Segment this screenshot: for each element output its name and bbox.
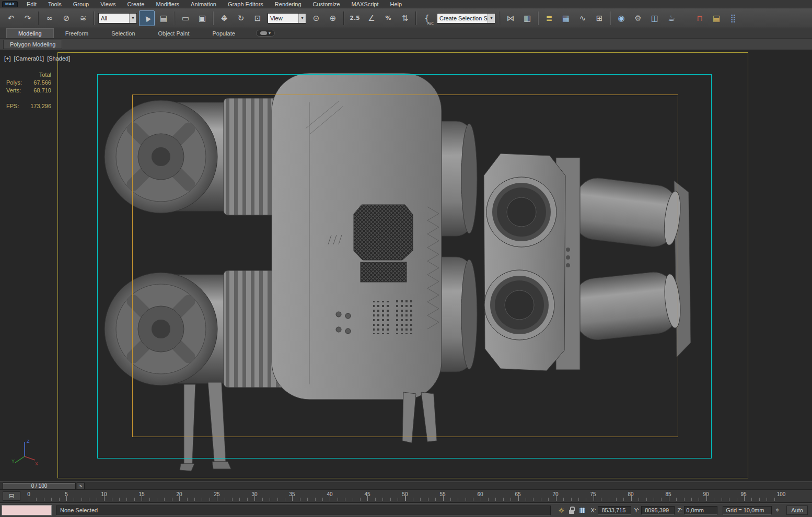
selection-filter-dropdown[interactable]: All▾ (98, 13, 137, 24)
menu-rendering[interactable]: Rendering (269, 1, 307, 8)
frame-tick-10: 10 (101, 491, 107, 497)
mirror-button[interactable]: ⋈ (503, 10, 518, 26)
auto-key-button[interactable]: Auto (786, 506, 808, 515)
angle-snap-toggle-button[interactable]: ∠ (364, 10, 379, 26)
percent-snap-toggle-button[interactable]: % (380, 10, 396, 26)
unlink-selection-button[interactable]: ⊘ (59, 10, 74, 26)
open-mini-curve-editor-button[interactable]: ⊟ (3, 491, 20, 501)
redo-button[interactable]: ↷ (20, 10, 36, 26)
model-side-view (97, 73, 477, 471)
select-by-name-button[interactable]: ▤ (156, 10, 171, 26)
select-and-link-button[interactable]: ∞ (42, 10, 57, 26)
pan-view-icon[interactable]: ⌖ (772, 505, 782, 515)
frame-tick-80: 80 (628, 491, 633, 497)
layer-manager-icon: ≣ (546, 14, 553, 23)
menu-animation[interactable]: Animation (185, 1, 222, 8)
ribbon-toggle-button[interactable]: ▦ (558, 10, 574, 26)
material-editor-icon: ◉ (618, 14, 624, 23)
camera-viewport[interactable]: [+] [Camera01] [Shaded] Total Polys:67.5… (0, 50, 812, 481)
toolbar-separator (343, 11, 344, 25)
menu-create[interactable]: Create (121, 1, 150, 8)
ribbon-pill-icon (260, 31, 267, 35)
maxscript-mini-listener[interactable] (2, 505, 52, 515)
menu-items: EditToolsGroupViewsCreateModifiersAnimat… (21, 1, 408, 8)
select-and-scale-button[interactable]: ⊡ (250, 10, 265, 26)
viewport-pov-menu[interactable]: [Camera01] (14, 55, 44, 62)
toolbar-separator (174, 11, 175, 25)
menu-tools[interactable]: Tools (42, 1, 67, 8)
select-and-manipulate-button[interactable]: ⊕ (325, 10, 341, 26)
align-button[interactable]: ▥ (519, 10, 535, 26)
ribbon-tab-modeling[interactable]: Modeling (6, 28, 54, 38)
schematic-view-button[interactable]: ⊞ (591, 10, 607, 26)
toolbar-separator (213, 11, 214, 25)
grid-size-display: Grid = 10,0mm (723, 506, 772, 515)
named-selection-sets-dropdown[interactable]: Create Selection Se▾ (437, 13, 495, 24)
frame-tick-85: 85 (665, 491, 671, 497)
frame-tick-50: 50 (402, 491, 408, 497)
ribbon-tab-freeform[interactable]: Freeform (54, 29, 100, 38)
polygon-modeling-panel-button[interactable]: Polygon Modeling (3, 40, 62, 49)
select-object-button[interactable]: ▲ (139, 10, 155, 26)
ribbon-tab-populate[interactable]: Populate (201, 29, 246, 38)
x-coordinate-field[interactable] (598, 506, 631, 515)
ribbon-tab-object-paint[interactable]: Object Paint (147, 29, 201, 38)
main-toolbar: ↶↷∞⊘≋All▾▲▤▭▣↔↕↻⊡View▾⊙⊕2.5∠%⇅{ABCCreate… (0, 8, 812, 28)
status-right-cluster: ☼ X: Y: Z: Grid = 10,0mm ⌖ Auto (556, 505, 810, 515)
undo-button[interactable]: ↶ (3, 10, 19, 26)
absolute-offset-mode-toggle[interactable] (577, 505, 587, 515)
time-slider-handle[interactable]: 0 / 100 (3, 483, 76, 489)
bind-to-space-warp-button[interactable]: ≋ (75, 10, 91, 26)
menu-help[interactable]: Help (385, 1, 408, 8)
menu-maxscript[interactable]: MAXScript (346, 1, 385, 8)
y-coordinate-label: Y: (634, 507, 640, 513)
array-tool-button[interactable]: ⣿ (725, 10, 741, 26)
render-production-button[interactable]: ☕ (664, 10, 679, 26)
x-coordinate-label: X: (590, 507, 596, 513)
application-menu-button[interactable]: MAX (2, 1, 18, 7)
material-editor-button[interactable]: ◉ (613, 10, 629, 26)
bridge-tool-button[interactable]: ⊓ (692, 10, 707, 26)
stats-verts-value: 68.710 (33, 87, 51, 95)
z-coordinate-field[interactable] (684, 506, 717, 515)
reference-coordinate-system-dropdown[interactable]: View▾ (268, 13, 306, 24)
next-frame-button[interactable]: > (77, 483, 85, 489)
scene-model-binoculars (0, 50, 812, 481)
curve-editor-button[interactable]: ∿ (575, 10, 590, 26)
render-setup-button[interactable]: ⚙ (630, 10, 646, 26)
viewport-shading-menu[interactable]: [Shaded] (47, 55, 70, 62)
frame-tick-30: 30 (251, 491, 257, 497)
keyboard-shortcut-override-icon-secondary: ABC (427, 21, 434, 25)
menu-edit[interactable]: Edit (21, 1, 42, 8)
select-and-move-icon-secondary: ↕ (216, 10, 232, 26)
frame-tick-40: 40 (327, 491, 332, 497)
time-slider-track[interactable]: 0 / 100 > (0, 481, 812, 490)
measure-tool-button[interactable]: ▤ (709, 10, 724, 26)
track-bar[interactable]: ⊟ 05101520253035404550556065707580859095… (0, 490, 812, 503)
ribbon-config-button[interactable]: ▾ (256, 30, 275, 37)
snaps-toggle-button[interactable]: 2.5 (347, 10, 363, 26)
menu-views[interactable]: Views (95, 1, 121, 8)
rectangular-selection-region-button[interactable]: ▭ (178, 10, 193, 26)
isolate-selection-icon[interactable]: ☼ (556, 505, 566, 515)
viewport-general-menu[interactable]: [+] (4, 55, 11, 62)
menu-customize[interactable]: Customize (307, 1, 346, 8)
menu-group[interactable]: Group (67, 1, 95, 8)
select-and-rotate-button[interactable]: ↻ (233, 10, 249, 26)
window-crossing-toggle-button[interactable]: ▣ (194, 10, 210, 26)
rendered-frame-window-button[interactable]: ◫ (647, 10, 663, 26)
layer-manager-button[interactable]: ≣ (541, 10, 557, 26)
keyboard-shortcut-override-button[interactable]: {ABC (419, 10, 435, 26)
menu-bar: MAX EditToolsGroupViewsCreateModifiersAn… (0, 0, 812, 8)
spinner-snap-toggle-button[interactable]: ⇅ (397, 10, 413, 26)
select-and-move-button[interactable]: ↔↕ (216, 10, 232, 26)
menu-modifiers[interactable]: Modifiers (150, 1, 185, 8)
axis-x-label: X (35, 461, 38, 466)
frame-tick-5: 5 (65, 491, 68, 497)
menu-graph-editors[interactable]: Graph Editors (222, 1, 269, 8)
y-coordinate-field[interactable] (641, 506, 675, 515)
selection-lock-toggle[interactable] (566, 505, 577, 515)
use-pivot-point-center-button[interactable]: ⊙ (308, 10, 324, 26)
select-and-scale-icon: ⊡ (254, 14, 261, 23)
ribbon-tab-selection[interactable]: Selection (100, 29, 146, 38)
